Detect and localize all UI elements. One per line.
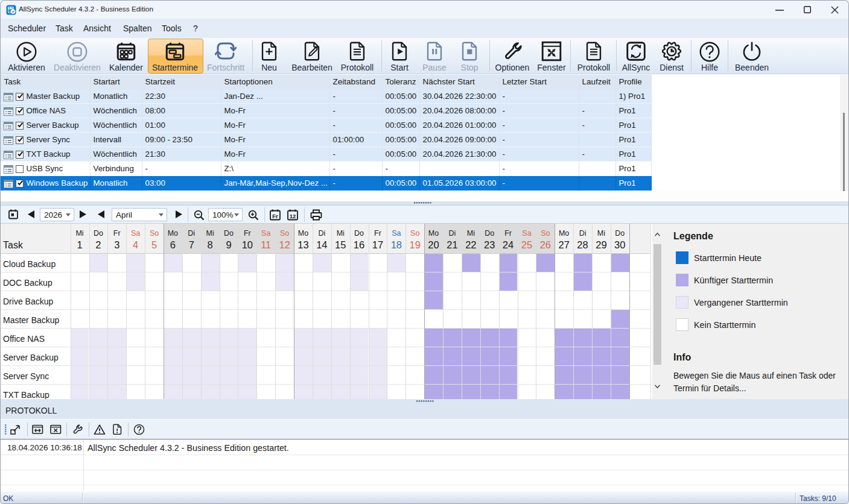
svg-text:Fr: Fr (272, 213, 278, 219)
svg-text:12: 12 (290, 213, 296, 219)
